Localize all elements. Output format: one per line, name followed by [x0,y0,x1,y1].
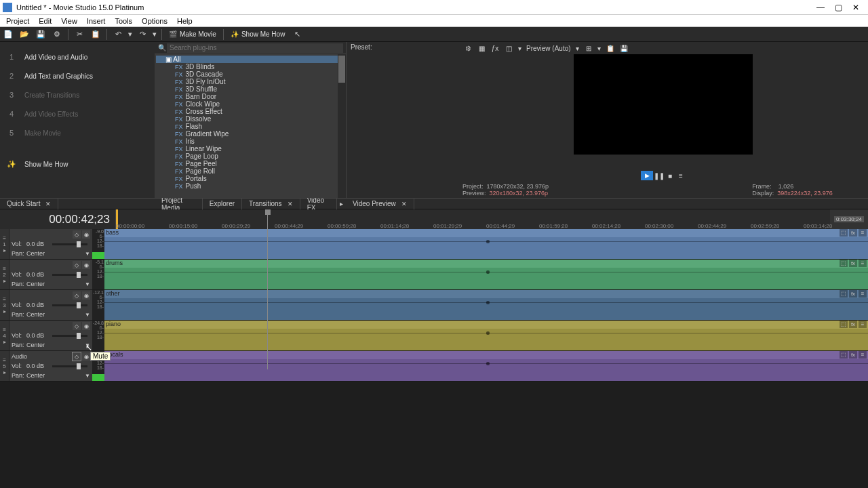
envelope-point[interactable] [486,362,490,365]
track-header[interactable]: ≡2▸◇◉Vol:0.0 dBPan:Center▼-5.16-12-18- [0,260,104,289]
vol-slider[interactable] [52,274,87,276]
clip-menu-icon[interactable]: ≡ [859,229,867,237]
new-icon[interactable]: 📄 [1,28,15,41]
redo-dropdown[interactable]: ▾ [152,28,157,41]
pv-split-dropdown[interactable]: ▾ [517,43,522,53]
pv-fx-icon[interactable]: ƒx [490,43,500,53]
close-icon[interactable]: ✕ [288,201,293,207]
minimize-button[interactable]: — [816,3,825,12]
mute-button[interactable]: ◇ [73,261,81,269]
undo-icon[interactable]: ↶ [111,28,125,41]
close-icon[interactable]: ✕ [45,201,51,207]
envelope-point[interactable] [486,301,490,304]
pv-overlay-icon[interactable]: ▦ [476,43,487,53]
track-index[interactable]: ≡1▸ [0,229,9,259]
plugin-item[interactable]: FX3D Blinds [156,63,344,70]
cut-icon[interactable]: ✂ [73,28,86,41]
plugin-item[interactable]: FX3D Shuffle [156,85,344,93]
clip-menu-icon[interactable]: ≡ [859,260,867,267]
plugin-item[interactable]: FXPortals [156,175,344,182]
chevron-right-icon[interactable]: ▸ [3,369,6,375]
plugin-tree[interactable]: ▣ All FX3D BlindsFX3D CascadeFX3D Fly In… [155,54,346,198]
plugin-search-input[interactable] [167,43,343,53]
clip-menu-icon[interactable]: ≡ [859,351,867,359]
settings-icon[interactable]: ⚙ [50,28,64,41]
solo-button[interactable]: ◉ [82,352,90,361]
pv-grid-dropdown[interactable]: ▾ [597,43,602,53]
plugin-root[interactable]: ▣ All [156,56,344,63]
pause-button[interactable]: ❚❚ [654,171,664,180]
clip-fx-icon[interactable]: ⬚ [840,351,848,359]
tab-project-media[interactable]: Project Media [155,199,203,209]
tab-video-preview[interactable]: Video Preview✕ [346,199,414,209]
plugin-item[interactable]: FX3D Fly In/Out [156,78,344,85]
hamburger-icon[interactable]: ≡ [3,235,6,241]
plugin-item[interactable]: FXGradient Wipe [156,130,344,138]
track-header[interactable]: ≡1▸◇◉Vol:0.0 dBPan:Center▼-9.06-12-18- [0,229,104,259]
pv-save-icon[interactable]: 💾 [618,43,629,53]
solo-button[interactable]: ◉ [82,291,90,300]
tab-transitions[interactable]: Transitions✕ [242,199,300,209]
undo-dropdown[interactable]: ▾ [127,28,133,41]
hamburger-icon[interactable]: ≡ [3,266,6,272]
solo-button[interactable]: ◉ [82,230,90,239]
plugin-item[interactable]: FXPush [156,182,344,190]
mute-button[interactable]: ◇ [73,352,81,361]
vol-slider[interactable] [52,304,87,306]
menu-project[interactable]: Project [1,17,34,25]
chevron-down-icon[interactable]: ▼ [85,373,90,379]
preview-mode-dropdown[interactable]: ▾ [575,43,580,53]
chevron-down-icon[interactable]: ▼ [85,281,90,287]
open-icon[interactable]: 📂 [18,28,31,41]
playhead-line[interactable] [267,214,268,369]
tab-explorer[interactable]: Explorer [203,199,242,209]
maximize-button[interactable]: ▢ [834,3,842,12]
solo-button[interactable]: ◉ [82,322,90,330]
copy-icon[interactable]: 📋 [89,28,102,41]
transport-menu-icon[interactable]: ≡ [676,171,686,180]
menu-view[interactable]: View [56,17,82,25]
pv-split-icon[interactable]: ◫ [503,43,514,53]
clip[interactable]: drums⬚fx≡ [104,260,868,289]
clip-fx-icon[interactable]: ⬚ [840,290,848,298]
plugin-item[interactable]: FXFlash [156,123,344,130]
track-header[interactable]: ≡3▸◇◉Vol:0.0 dBPan:Center▼-12.16-12-18- [0,290,104,320]
track-index[interactable]: ≡5▸ [0,351,9,381]
tab-more-icon[interactable]: ▸ [337,200,346,207]
vol-slider[interactable] [52,335,87,337]
plugin-item[interactable]: FXPage Loop [156,152,344,160]
clip-menu-icon[interactable]: ≡ [859,321,867,328]
mute-button[interactable]: ◇ [73,230,81,239]
envelope-point[interactable] [486,240,490,243]
tab-video-fx[interactable]: Video FX [300,199,337,209]
plugin-item[interactable]: FX3D Cascade [156,70,344,78]
menu-options[interactable]: Options [137,17,172,25]
redo-icon[interactable]: ↷ [136,28,149,41]
mute-button[interactable]: ◇ [73,322,81,330]
play-button[interactable]: ▶ [641,171,653,180]
plugin-item[interactable]: FXIris [156,138,344,145]
track-index[interactable]: ≡3▸ [0,290,9,320]
pv-props-icon[interactable]: ⚙ [462,43,473,53]
track-index[interactable]: ≡4▸ [0,321,9,350]
plugin-scrollbar[interactable] [338,54,346,198]
plugin-item[interactable]: FXPage Roll [156,167,344,175]
hamburger-icon[interactable]: ≡ [3,296,6,302]
vol-slider[interactable] [52,243,87,245]
clip-fx-icon[interactable]: ⬚ [840,260,848,267]
show-me-how-button[interactable]: ✨Show Me How [231,30,285,39]
plugin-item[interactable]: FXCross Effect [156,108,344,115]
plugin-item[interactable]: FXBarn Door [156,93,344,100]
save-icon[interactable]: 💾 [34,28,47,41]
stop-button[interactable]: ■ [665,171,675,180]
chevron-right-icon[interactable]: ▸ [3,339,6,345]
clip-fx-icon[interactable]: ⬚ [840,321,848,328]
plugin-item[interactable]: FXPage Peel [156,160,344,167]
chevron-right-icon[interactable]: ▸ [3,308,6,314]
plugin-item[interactable]: FXDissolve [156,115,344,123]
plugin-item[interactable]: FXLinear Wipe [156,145,344,152]
hamburger-icon[interactable]: ≡ [3,327,6,333]
clip-menu-icon[interactable]: ≡ [859,290,867,298]
vol-slider[interactable] [52,365,87,367]
preview-mode[interactable]: Preview (Auto) [524,45,574,52]
